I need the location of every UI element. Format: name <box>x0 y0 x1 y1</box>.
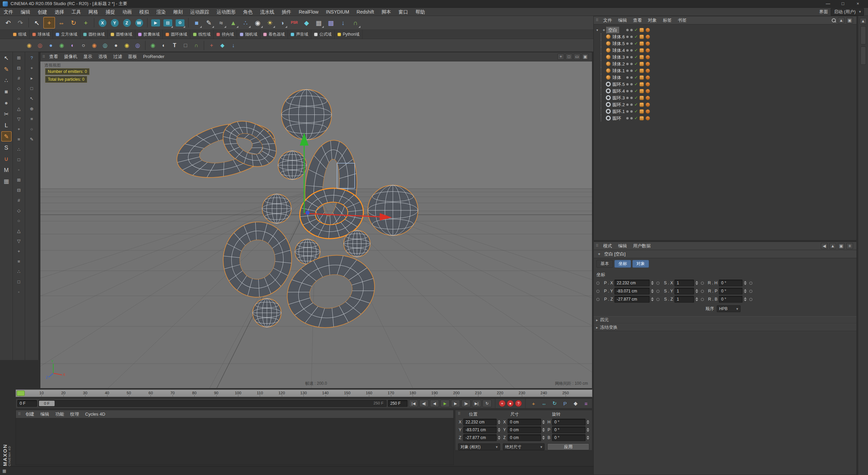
coordinate-field[interactable]: 0 ° <box>552 426 586 433</box>
collapsed-section-0[interactable]: ▸四元 <box>594 316 856 324</box>
palette2-icon-18[interactable]: ▽ <box>15 236 23 245</box>
field-chip-10[interactable]: 着色器域 <box>260 30 288 39</box>
keyframe-dot[interactable] <box>749 298 752 301</box>
visibility-editor-dot[interactable] <box>626 29 629 31</box>
keyframe-dot[interactable] <box>596 298 599 301</box>
next-frame-button[interactable]: ▶ <box>451 400 460 407</box>
value-field[interactable]: 0 ° <box>719 296 743 303</box>
material-tag-icon[interactable] <box>646 82 650 87</box>
playback-options-button[interactable]: ≡ <box>581 400 591 407</box>
lock-x-axis-icon[interactable]: X <box>97 17 108 28</box>
field-chip-5[interactable]: 胶囊体域 <box>135 30 163 39</box>
materials-menu-1[interactable]: 编辑 <box>37 410 52 419</box>
materials-menu-0[interactable]: 创建 <box>22 410 37 419</box>
value-spinner[interactable] <box>651 289 654 293</box>
keyframe-dot[interactable] <box>701 282 704 285</box>
rf-collider-icon[interactable]: ◉ <box>148 40 158 51</box>
field-chip-3[interactable]: 圆柱体域 <box>80 30 108 39</box>
menubar-item-12[interactable]: 运动图形 <box>213 8 239 16</box>
palette2-icon-6[interactable]: ▽ <box>15 114 23 123</box>
scroll-up-icon[interactable]: ▲ <box>838 17 845 23</box>
palette3-icon-5[interactable]: ⊕ <box>27 104 36 113</box>
key-pla-button[interactable]: ◆ <box>571 400 580 407</box>
object-row-5[interactable]: 球体.1✓ <box>594 67 856 74</box>
value-spinner[interactable] <box>695 281 698 285</box>
value-field[interactable]: 1 <box>674 296 694 303</box>
coordinate-field[interactable]: 0 ° <box>552 419 586 425</box>
maximize-button[interactable]: □ <box>835 0 850 7</box>
phong-tag-icon[interactable] <box>639 55 644 59</box>
palette2-icon-14[interactable]: # <box>15 196 23 205</box>
rf-add-icon[interactable]: + <box>206 40 217 51</box>
value-spinner[interactable] <box>744 297 747 301</box>
panel-grip[interactable]: ⠿ <box>596 18 599 22</box>
value-spinner[interactable] <box>498 420 500 424</box>
field-chip-12[interactable]: 公式域 <box>311 30 335 39</box>
generator-terrain-icon[interactable]: ▲ <box>228 17 239 28</box>
sculpt-pen-icon[interactable]: ✎ <box>1 131 12 141</box>
scroll-up-icon[interactable]: ▲ <box>860 18 867 24</box>
menubar-item-20[interactable]: 窗口 <box>395 8 412 16</box>
object-row-6[interactable]: 球体✓ <box>594 74 856 81</box>
materials-menu-3[interactable]: 纹理 <box>67 410 82 419</box>
object-row-1[interactable]: 球体.5✓ <box>594 40 856 47</box>
coordinate-field[interactable]: 0 cm <box>508 426 541 433</box>
keyframe-dot[interactable] <box>749 282 752 285</box>
key-position-button[interactable]: + <box>529 400 538 407</box>
palette2-icon-13[interactable]: ⊟ <box>15 186 23 194</box>
timeline-playhead[interactable] <box>17 391 25 396</box>
enabled-check-icon[interactable]: ✓ <box>634 116 638 120</box>
palette3-icon-6[interactable]: ≡ <box>27 114 36 123</box>
enabled-check-icon[interactable]: ✓ <box>634 89 638 93</box>
enabled-check-icon[interactable]: ✓ <box>634 61 638 66</box>
value-spinner[interactable] <box>695 297 698 301</box>
goto-end-button[interactable]: ▶| <box>472 400 481 407</box>
phong-tag-icon[interactable] <box>639 75 644 80</box>
materials-menu-2[interactable]: 功能 <box>52 410 67 419</box>
palette3-icon-1[interactable]: + <box>27 63 36 72</box>
grid-array-icon[interactable]: ▦ <box>1 176 12 186</box>
visibility-editor-dot[interactable] <box>626 97 629 99</box>
field-chip-6[interactable]: 圆环体域 <box>163 30 190 39</box>
menubar-item-19[interactable]: 脚本 <box>378 8 395 16</box>
value-spinner[interactable] <box>542 428 545 432</box>
palette2-icon-17[interactable]: △ <box>15 226 23 235</box>
keyframe-dot[interactable] <box>656 282 659 285</box>
rf-material-icon[interactable]: ◆ <box>217 40 228 51</box>
palette2-icon-3[interactable]: ◇ <box>15 84 23 93</box>
light-icon[interactable]: ☀ <box>264 17 276 28</box>
phong-tag-icon[interactable] <box>639 89 644 93</box>
material-tag-icon[interactable] <box>646 89 650 93</box>
scene-sphere-8[interactable] <box>344 230 370 257</box>
viewport-corner-icon-0[interactable]: + <box>557 54 564 60</box>
palette2-icon-5[interactable]: △ <box>15 104 23 113</box>
palette2-icon-15[interactable]: ◇ <box>15 206 23 215</box>
visibility-editor-dot[interactable] <box>626 110 629 113</box>
value-field[interactable]: 0 ° <box>719 280 743 286</box>
menubar-item-14[interactable]: 流水线 <box>256 8 278 16</box>
enabled-check-icon[interactable]: ✓ <box>634 34 638 39</box>
value-field[interactable]: 0 ° <box>719 288 743 294</box>
viewport-canvas[interactable]: 透视视图 Number of emitters: 0Total live par… <box>40 61 592 388</box>
value-spinner[interactable] <box>498 436 500 440</box>
attribute-tab-1[interactable]: 坐标 <box>614 260 631 268</box>
palette3-icon-7[interactable]: ○ <box>27 125 36 133</box>
value-field[interactable]: -83.071 cm <box>614 288 650 294</box>
content-browser-icon[interactable]: ↓ <box>337 17 349 28</box>
palette3-icon-0[interactable]: ? <box>27 53 36 62</box>
visibility-editor-dot[interactable] <box>626 56 629 58</box>
magnet-tool-icon[interactable]: ∪ <box>1 154 12 164</box>
volume-builder-icon[interactable]: ▦ <box>313 17 324 28</box>
palette2-icon-20[interactable]: ≡ <box>15 257 23 266</box>
viewport-menu-5[interactable]: 面板 <box>125 52 140 61</box>
layout-dropdown[interactable]: 启动 (用户)▾ <box>831 8 864 16</box>
keyframe-dot[interactable] <box>656 298 659 301</box>
menubar-item-11[interactable]: 运动跟踪 <box>186 8 213 16</box>
timeline-range-slider[interactable]: 0 F250 F <box>38 400 387 407</box>
mirror-tool-icon[interactable]: M <box>1 165 12 175</box>
panel-grip[interactable]: ⠿ <box>18 412 21 416</box>
viewport-menu-3[interactable]: 选项 <box>95 52 110 61</box>
keyframe-dot[interactable] <box>596 290 599 293</box>
scene-sphere-2[interactable] <box>281 90 332 140</box>
material-tag-icon[interactable] <box>646 55 650 59</box>
